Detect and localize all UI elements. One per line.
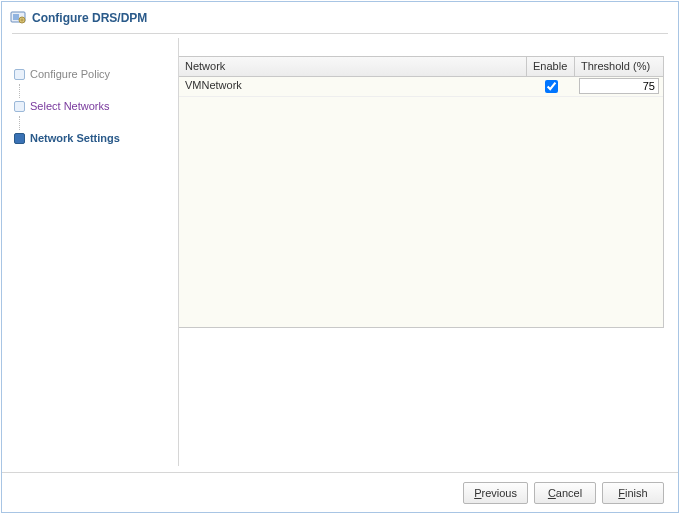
- col-header-network[interactable]: Network: [179, 57, 527, 76]
- panel-divider: [178, 38, 179, 466]
- step-configure-policy[interactable]: Configure Policy: [14, 66, 172, 82]
- step-box-icon: [14, 69, 25, 80]
- col-header-threshold[interactable]: Threshold (%): [575, 57, 663, 76]
- cell-network-name: VMNetwork: [179, 77, 527, 96]
- cancel-button[interactable]: Cancel: [534, 482, 596, 504]
- threshold-input[interactable]: [579, 78, 659, 94]
- previous-button[interactable]: Previous: [463, 482, 528, 504]
- dialog-window: Configure DRS/DPM Configure Policy Selec…: [1, 1, 679, 513]
- step-select-networks[interactable]: Select Networks: [14, 98, 172, 114]
- dialog-footer: Previous Cancel Finish: [2, 472, 678, 512]
- step-connector: [19, 84, 20, 98]
- step-label: Network Settings: [30, 132, 120, 144]
- step-box-icon: [14, 133, 25, 144]
- dialog-title: Configure DRS/DPM: [32, 11, 147, 25]
- step-connector: [19, 116, 20, 130]
- grid-header-row: Network Enable Threshold (%): [179, 57, 663, 77]
- cell-threshold: [575, 77, 663, 96]
- config-icon: [10, 9, 26, 27]
- grid-row[interactable]: VMNetwork: [179, 77, 663, 97]
- svg-rect-1: [13, 14, 19, 20]
- finish-button[interactable]: Finish: [602, 482, 664, 504]
- step-label: Select Networks: [30, 100, 109, 112]
- step-box-icon: [14, 101, 25, 112]
- step-label: Configure Policy: [30, 68, 110, 80]
- content-area: Configure Policy Select Networks Network…: [2, 38, 678, 466]
- network-grid: Network Enable Threshold (%) VMNetwork: [178, 56, 664, 328]
- enable-checkbox[interactable]: [545, 80, 558, 93]
- dialog-header: Configure DRS/DPM: [2, 2, 678, 33]
- wizard-sidebar: Configure Policy Select Networks Network…: [2, 38, 178, 466]
- step-network-settings[interactable]: Network Settings: [14, 130, 172, 146]
- cell-enable: [527, 77, 575, 96]
- col-header-enable[interactable]: Enable: [527, 57, 575, 76]
- header-divider: [12, 33, 668, 34]
- main-panel: Network Enable Threshold (%) VMNetwork: [178, 38, 678, 466]
